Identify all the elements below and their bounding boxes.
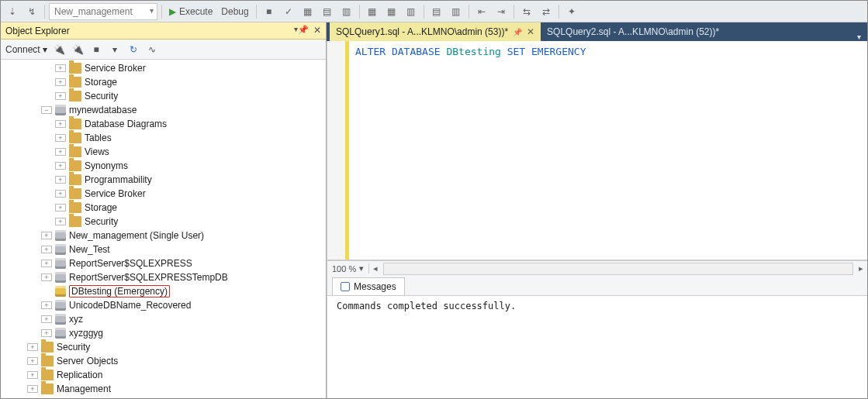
tree-node-diagrams[interactable]: +Database Diagrams <box>1 117 326 131</box>
connect-dropdown[interactable]: Connect ▾ <box>5 44 47 55</box>
execute-button[interactable]: ▶Execute <box>166 6 216 17</box>
tab-pin-icon[interactable]: 📌 <box>513 28 522 36</box>
tree-node-root-security[interactable]: +Security <box>1 340 326 354</box>
debug-label: Debug <box>221 6 248 17</box>
messages-text: Commands completed successfully. <box>337 301 516 311</box>
tree-node-xyzggyg[interactable]: +xyzggyg <box>1 326 326 340</box>
database-emergency-icon <box>55 286 66 297</box>
database-icon <box>55 328 66 339</box>
toolbar-button-1[interactable]: ⇣ <box>4 3 21 20</box>
folder-icon <box>69 119 81 129</box>
tree-node-storage[interactable]: +Storage <box>1 75 326 89</box>
grid-icon-3[interactable]: ▥ <box>338 3 355 20</box>
comment-icon[interactable]: ▤ <box>428 3 445 20</box>
tree-node-synonyms[interactable]: +Synonyms <box>1 159 326 173</box>
results-icon-2[interactable]: ▦ <box>383 3 400 20</box>
results-icon-1[interactable]: ▦ <box>364 3 381 20</box>
folder-icon <box>41 342 54 353</box>
folder-icon <box>41 356 54 366</box>
uncomment-icon[interactable]: ▥ <box>448 3 465 20</box>
indent-dec-icon[interactable]: ⇤ <box>473 3 490 20</box>
tree-node-storage-2[interactable]: +Storage <box>1 201 326 215</box>
tree-node-xyz[interactable]: +xyz <box>1 312 326 326</box>
editor-panel: SQLQuery1.sql - A...KLMNO\admin (53))* 📌… <box>327 22 867 398</box>
folder-icon <box>69 202 81 213</box>
editor-text[interactable]: ALTER DATABASE DBtesting SET EMERGENCY <box>349 41 867 260</box>
stop-connect-icon[interactable]: ■ <box>89 44 103 55</box>
tree-node-service-broker-2[interactable]: +Service Broker <box>1 187 326 201</box>
results-icon-3[interactable]: ▥ <box>403 3 420 20</box>
toolbar-button-2[interactable]: ↯ <box>23 3 40 20</box>
sql-editor[interactable]: ALTER DATABASE DBtesting SET EMERGENCY <box>327 41 867 260</box>
tree-node-reportserver-temp[interactable]: +ReportServer$SQLEXPRESSTempDB <box>1 270 326 284</box>
zoom-selector[interactable]: 100 %▾ <box>327 263 369 273</box>
folder-icon <box>69 146 81 157</box>
grid-icon-1[interactable]: ▦ <box>299 3 316 20</box>
main-toolbar: ⇣ ↯ New_management ▶Execute Debug ■ ✓ ▦ … <box>1 1 867 22</box>
scroll-left-icon[interactable]: ◂ <box>369 263 382 273</box>
sync-icon[interactable]: ∿ <box>145 44 159 55</box>
tree-node-views[interactable]: +Views <box>1 145 326 159</box>
tree-node-replication[interactable]: +Replication <box>1 368 326 382</box>
database-icon <box>55 272 66 283</box>
database-icon <box>55 244 66 255</box>
tab-overflow-icon[interactable]: ▾ <box>851 33 867 41</box>
tree-node-new-test[interactable]: +New_Test <box>1 242 326 256</box>
tree-node-mynewdatabase[interactable]: −mynewdatabase <box>1 103 326 117</box>
tree-node-tables[interactable]: +Tables <box>1 131 326 145</box>
folder-icon <box>69 63 81 74</box>
pin-icon[interactable]: 📌 <box>298 25 309 35</box>
tree-node-reportserver[interactable]: +ReportServer$SQLEXPRESS <box>1 256 326 270</box>
tree-node-server-objects[interactable]: +Server Objects <box>1 354 326 368</box>
tab-label: SQLQuery1.sql - A...KLMNO\admin (53))* <box>336 26 508 37</box>
grid-icon-2[interactable]: ▤ <box>319 3 336 20</box>
tree-node-unicodedb[interactable]: +UnicodeDBName_Recovered <box>1 298 326 312</box>
indent-icon-4[interactable]: ⇄ <box>538 3 555 20</box>
disconnect-icon[interactable]: 🔌 <box>71 44 85 55</box>
indent-inc-icon[interactable]: ⇥ <box>493 3 510 20</box>
database-selector-label: New_management <box>54 6 133 17</box>
connect-toolbar: Connect ▾ 🔌 🔌 ■ ▾ ↻ ∿ <box>1 40 326 60</box>
tab-close-icon[interactable]: ✕ <box>527 26 534 37</box>
debug-button[interactable]: Debug <box>218 6 251 17</box>
folder-icon <box>41 384 54 394</box>
folder-icon <box>41 370 54 380</box>
database-icon <box>55 300 66 311</box>
stop-icon[interactable]: ■ <box>261 3 278 20</box>
parse-icon[interactable]: ✓ <box>280 3 297 20</box>
tree-node-security-2[interactable]: +Security <box>1 215 326 229</box>
tree-node-programmability[interactable]: +Programmability <box>1 173 326 187</box>
indent-icon-3[interactable]: ⇆ <box>518 3 535 20</box>
play-icon: ▶ <box>169 6 176 17</box>
object-explorer-panel: Object Explorer ▾ 📌 ✕ Connect ▾ 🔌 🔌 ■ ▾ … <box>1 22 327 398</box>
connect-icon[interactable]: 🔌 <box>52 44 66 55</box>
close-icon[interactable]: ✕ <box>313 25 321 36</box>
tab-sqlquery2[interactable]: SQLQuery2.sql - A...KLMNO\admin (52))* <box>541 22 725 41</box>
filter-icon[interactable]: ▾ <box>108 44 122 55</box>
execute-label: Execute <box>179 6 213 17</box>
tab-sqlquery1[interactable]: SQLQuery1.sql - A...KLMNO\admin (53))* 📌… <box>330 22 541 41</box>
folder-icon <box>69 188 81 199</box>
tab-messages[interactable]: Messages <box>332 277 405 295</box>
horizontal-scrollbar[interactable] <box>383 263 853 275</box>
refresh-icon[interactable]: ↻ <box>126 44 140 55</box>
object-explorer-tree[interactable]: +Service Broker +Storage +Security −myne… <box>1 60 326 398</box>
results-tabs: Messages <box>327 276 867 296</box>
tree-node-management[interactable]: +Management <box>1 382 326 396</box>
database-selector[interactable]: New_management <box>49 3 157 20</box>
tree-node-security[interactable]: +Security <box>1 89 326 103</box>
folder-icon <box>69 132 81 143</box>
tree-node-dbtesting[interactable]: DBtesting (Emergency) <box>1 284 326 298</box>
spec-icon[interactable]: ✦ <box>563 3 580 20</box>
messages-tab-label: Messages <box>354 281 396 292</box>
database-icon <box>55 105 66 115</box>
editor-footer: 100 %▾ ◂ ▸ <box>327 260 867 276</box>
tree-node-service-broker[interactable]: +Service Broker <box>1 61 326 75</box>
tree-node-new-management[interactable]: +New_management (Single User) <box>1 229 326 242</box>
database-icon <box>55 230 66 241</box>
object-explorer-title-bar: Object Explorer ▾ 📌 ✕ <box>1 22 326 40</box>
messages-output[interactable]: Commands completed successfully. <box>327 296 867 398</box>
object-explorer-title: Object Explorer <box>5 26 70 36</box>
scroll-right-icon[interactable]: ▸ <box>855 263 867 273</box>
folder-icon <box>69 77 81 88</box>
